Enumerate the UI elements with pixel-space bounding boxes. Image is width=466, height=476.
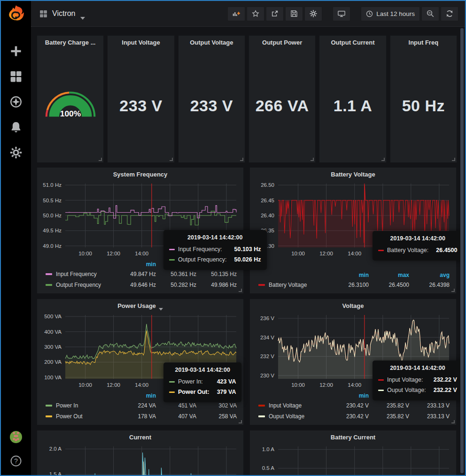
dashboard-settings-button[interactable] xyxy=(304,7,322,21)
sidebar-item-create[interactable] xyxy=(10,45,22,57)
svg-text:200 VA: 200 VA xyxy=(44,359,62,365)
stat-value: 233 V xyxy=(190,97,233,115)
svg-text:300 VA: 300 VA xyxy=(44,344,62,350)
dashboard-grid-icon xyxy=(39,10,47,18)
series-stat-value: 224 VA xyxy=(116,402,156,409)
series-color-swatch[interactable] xyxy=(46,284,52,286)
zoom-out-time-range-button[interactable] xyxy=(421,7,439,21)
svg-text:12:00: 12:00 xyxy=(319,382,333,388)
panel-title[interactable]: Input Freq xyxy=(390,36,457,49)
panel-title[interactable]: Output Power xyxy=(249,36,315,49)
graph-row-3: Current2.0 A1.5 A1.0 A0.5 A10:0012:0014:… xyxy=(37,430,457,475)
legend-header: minmaxavg xyxy=(256,272,450,279)
panel-title[interactable]: Battery Charge ... xyxy=(37,36,103,49)
panel-title[interactable]: Output Current xyxy=(319,36,386,49)
panel-resize-handle[interactable] xyxy=(240,158,243,161)
svg-text:26.50: 26.50 xyxy=(261,182,274,188)
legend-stat-header[interactable]: min xyxy=(328,272,369,278)
toolbar: Last 12 hours xyxy=(227,7,458,21)
series-name[interactable]: Battery Voltage xyxy=(269,282,328,288)
save-dashboard-button[interactable] xyxy=(285,7,303,21)
svg-text:49.5 Hz: 49.5 Hz xyxy=(43,228,62,233)
panel-resize-handle[interactable] xyxy=(311,158,314,161)
tooltip-series-row: Power Out:379 VA xyxy=(169,387,236,398)
graph-tooltip-battery-voltage: 2019-03-14 14:42:00Battery Voltage:26.45… xyxy=(373,231,463,261)
graph-canvas[interactable]: 2.0 A1.5 A1.0 A0.5 A10:0012:0014:0016:00… xyxy=(41,444,240,475)
panel-title[interactable]: Voltage xyxy=(254,299,452,312)
series-name[interactable]: Input Frequency xyxy=(56,271,116,277)
svg-text:1.5 A: 1.5 A xyxy=(49,471,62,475)
panel-resize-handle[interactable] xyxy=(451,289,455,292)
panel-title[interactable]: Current xyxy=(41,430,240,444)
series-name[interactable]: Output Frequency xyxy=(56,282,116,288)
sidebar-item-user-avatar[interactable] xyxy=(10,431,22,443)
svg-text:14:00: 14:00 xyxy=(348,251,361,256)
series-color-swatch[interactable] xyxy=(258,284,265,286)
share-dashboard-button[interactable] xyxy=(266,7,284,21)
series-color-swatch[interactable] xyxy=(258,405,265,407)
sidebar-item-alerting[interactable] xyxy=(10,121,22,133)
svg-text:12:00: 12:00 xyxy=(107,251,120,256)
panel-resize-handle[interactable] xyxy=(451,420,455,423)
panel-input-voltage: Input Voltage 233 V xyxy=(107,35,174,163)
sidebar-item-dashboards[interactable] xyxy=(10,70,22,83)
svg-text:0.5 A: 0.5 A xyxy=(262,465,275,471)
series-stat-value: 302 VA xyxy=(196,402,237,409)
graph-canvas[interactable]: 1.0 A0.5 A0 A10:0012:0014:0016:0018:0020… xyxy=(254,444,452,475)
series-stat-value: 230.42 V xyxy=(328,402,369,409)
panel-title[interactable]: Battery Voltage xyxy=(254,168,452,181)
series-color-swatch[interactable] xyxy=(46,415,52,417)
series-name[interactable]: Power Out xyxy=(56,413,116,420)
panel-resize-handle[interactable] xyxy=(170,158,173,161)
legend-stat-header[interactable]: max xyxy=(369,272,409,278)
sidebar-item-explore[interactable] xyxy=(10,96,22,108)
svg-text:50.5 Hz: 50.5 Hz xyxy=(43,198,62,203)
series-color-swatch[interactable] xyxy=(258,415,265,417)
series-stat-value: 50.282 Hz xyxy=(156,282,196,288)
legend-stat-header[interactable]: min xyxy=(116,261,156,268)
panel-title[interactable]: Output Voltage xyxy=(179,36,245,49)
panel-resize-handle[interactable] xyxy=(239,420,242,423)
series-color-swatch xyxy=(378,250,384,251)
svg-text:10:00: 10:00 xyxy=(291,251,305,256)
tooltip-series-row: Input Voltage:232.22 V xyxy=(378,375,457,385)
panel-resize-handle[interactable] xyxy=(99,158,102,161)
refresh-dashboard-button[interactable] xyxy=(441,7,458,21)
series-color-swatch[interactable] xyxy=(46,273,52,275)
panel-title[interactable]: Battery Current xyxy=(254,430,452,444)
series-color-swatch xyxy=(378,379,384,381)
svg-text:10:00: 10:00 xyxy=(78,382,92,388)
legend-stat-header[interactable]: min xyxy=(116,392,156,399)
svg-text:232 V: 232 V xyxy=(260,353,274,359)
grafana-logo[interactable] xyxy=(1,1,31,26)
panel-title[interactable]: Input Voltage xyxy=(108,36,174,49)
mark-favorite-button[interactable] xyxy=(247,7,264,21)
graph-tooltip-system-frequency: 2019-03-14 14:42:00Input Frequency:50.10… xyxy=(163,230,267,270)
series-stat-value: 235.82 V xyxy=(369,402,409,409)
clock-icon xyxy=(366,10,373,17)
panel-title[interactable]: Power Usage xyxy=(41,299,240,312)
cycle-view-mode-button[interactable] xyxy=(333,7,350,21)
series-name[interactable]: Input Voltage xyxy=(269,402,328,409)
svg-text:10:00: 10:00 xyxy=(291,382,305,388)
svg-text:49.0 Hz: 49.0 Hz xyxy=(43,243,62,249)
scrollbar[interactable] xyxy=(460,28,464,473)
legend-stat-header[interactable]: min xyxy=(328,392,369,399)
add-panel-button[interactable] xyxy=(227,7,245,21)
time-range-picker-button[interactable]: Last 12 hours xyxy=(361,7,420,21)
breadcrumb[interactable]: Victron xyxy=(39,9,85,18)
panel-resize-handle[interactable] xyxy=(239,289,242,292)
sidebar-item-configuration[interactable] xyxy=(10,146,22,159)
svg-text:236 V: 236 V xyxy=(260,315,274,321)
panel-resize-handle[interactable] xyxy=(381,158,385,161)
refresh-icon xyxy=(446,10,453,17)
sidebar-item-help[interactable]: ? xyxy=(10,455,22,467)
panel-title[interactable]: System Frequency xyxy=(41,168,240,181)
svg-text:400 VA: 400 VA xyxy=(44,329,62,335)
legend-stat-header[interactable]: avg xyxy=(409,272,450,278)
series-name[interactable]: Ouput Voltage xyxy=(269,413,328,420)
series-name[interactable]: Power In xyxy=(56,402,116,409)
panel-resize-handle[interactable] xyxy=(452,158,455,161)
series-color-swatch[interactable] xyxy=(46,405,52,407)
series-color-swatch xyxy=(169,381,175,383)
